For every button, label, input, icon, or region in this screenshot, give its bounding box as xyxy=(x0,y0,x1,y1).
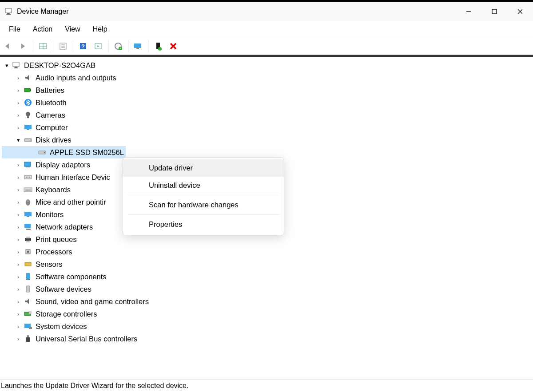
chevron-right-icon[interactable]: › xyxy=(13,273,23,280)
chevron-right-icon[interactable]: › xyxy=(13,323,23,330)
tree-item-usb[interactable]: ›Universal Serial Bus controllers xyxy=(2,333,533,345)
update-driver-icon[interactable]: + xyxy=(111,39,125,53)
chevron-right-icon[interactable]: › xyxy=(13,75,23,81)
chevron-right-icon[interactable]: › xyxy=(13,186,23,193)
svg-rect-20 xyxy=(134,44,141,48)
tree-root[interactable]: ▾ DESKTOP-S2O4GAB xyxy=(2,59,533,71)
enable-device-icon[interactable] xyxy=(151,39,165,53)
network-icon xyxy=(23,222,33,232)
tree-item-apple-ssd[interactable]: APPLE SSD SM0256L xyxy=(2,146,126,158)
svg-rect-56 xyxy=(26,237,30,238)
tree-item-label: Mice and other pointir xyxy=(36,198,106,206)
svg-rect-0 xyxy=(5,8,12,13)
show-hidden-icon[interactable] xyxy=(36,39,50,53)
printer-icon xyxy=(23,234,33,244)
tree-item-label: Human Interface Devic xyxy=(36,173,110,182)
svg-rect-68 xyxy=(27,335,29,337)
svg-rect-46 xyxy=(24,188,32,192)
svg-rect-65 xyxy=(29,311,32,314)
chevron-right-icon[interactable]: › xyxy=(13,87,23,94)
title-bar: Device Manager xyxy=(0,0,533,21)
tree-item-computer[interactable]: ›Computer xyxy=(2,121,533,134)
menu-view[interactable]: View xyxy=(59,23,86,36)
tree-item-softdev[interactable]: ›Software devices xyxy=(2,283,533,295)
svg-rect-34 xyxy=(24,125,32,129)
cpu-icon xyxy=(23,247,33,257)
tree-item-sound[interactable]: ›Sound, video and game controllers xyxy=(2,295,533,308)
chevron-right-icon[interactable]: › xyxy=(13,224,23,230)
forward-button[interactable] xyxy=(16,39,30,53)
storage-controller-icon xyxy=(23,309,33,319)
tree-item-storage[interactable]: ›Storage controllers xyxy=(2,308,533,320)
disk-icon xyxy=(37,147,47,157)
help-icon[interactable]: ? xyxy=(76,39,90,53)
action-icon[interactable] xyxy=(91,39,105,53)
svg-rect-52 xyxy=(27,216,29,217)
display-adapter-icon xyxy=(23,160,33,170)
menu-action[interactable]: Action xyxy=(27,23,59,36)
audio-icon xyxy=(23,297,33,306)
ctx-separator xyxy=(127,214,279,215)
tree-item-cameras[interactable]: ›Cameras xyxy=(2,109,533,121)
ctx-separator xyxy=(127,195,279,195)
svg-point-45 xyxy=(29,177,30,178)
svg-rect-51 xyxy=(24,212,32,216)
chevron-right-icon[interactable]: › xyxy=(13,261,23,268)
minimize-button[interactable] xyxy=(456,2,481,21)
chevron-right-icon[interactable]: › xyxy=(13,174,23,181)
menu-help[interactable]: Help xyxy=(87,23,114,36)
tree-item-sensors[interactable]: ›Sensors xyxy=(2,258,533,270)
chevron-right-icon[interactable]: › xyxy=(13,336,23,342)
tree-item-softcomp[interactable]: ›Software components xyxy=(2,270,533,283)
scan-hardware-icon[interactable] xyxy=(131,39,145,53)
close-button[interactable] xyxy=(507,2,533,21)
chevron-right-icon[interactable]: › xyxy=(13,199,23,206)
disable-device-icon[interactable] xyxy=(166,39,180,53)
chevron-right-icon[interactable]: › xyxy=(13,99,23,106)
properties-icon[interactable] xyxy=(56,39,70,53)
svg-rect-62 xyxy=(26,279,30,280)
maximize-button[interactable] xyxy=(481,2,507,21)
tree-item-system[interactable]: ›System devices xyxy=(2,320,533,333)
svg-rect-26 xyxy=(13,62,19,67)
svg-rect-21 xyxy=(136,48,139,49)
audio-icon xyxy=(23,73,33,83)
ctx-scan-hardware[interactable]: Scan for hardware changes xyxy=(123,196,284,214)
tree-item-label: Batteries xyxy=(36,86,64,95)
tree-root-label: DESKTOP-S2O4GAB xyxy=(24,61,95,70)
chevron-right-icon[interactable]: › xyxy=(13,298,23,305)
chevron-right-icon[interactable]: › xyxy=(13,236,23,243)
svg-text:+: + xyxy=(119,47,122,51)
svg-rect-60 xyxy=(25,262,31,266)
ctx-update-driver[interactable]: Update driver xyxy=(123,159,284,177)
chevron-right-icon[interactable]: › xyxy=(13,311,23,317)
svg-rect-55 xyxy=(25,238,31,241)
chevron-right-icon[interactable]: › xyxy=(13,124,23,131)
chevron-right-icon[interactable]: › xyxy=(13,211,23,218)
disk-icon xyxy=(23,135,33,145)
chevron-right-icon[interactable]: › xyxy=(13,286,23,293)
sensor-icon xyxy=(23,259,33,269)
monitor-icon xyxy=(23,210,33,219)
svg-rect-69 xyxy=(26,337,30,342)
tree-item-audio[interactable]: ›Audio inputs and outputs xyxy=(2,71,533,84)
chevron-right-icon[interactable]: › xyxy=(13,112,23,119)
ctx-properties[interactable]: Properties xyxy=(123,216,284,233)
back-button[interactable] xyxy=(1,39,15,53)
tree-item-batteries[interactable]: ›Batteries xyxy=(2,84,533,96)
svg-rect-41 xyxy=(26,166,30,167)
tree-item-bluetooth[interactable]: ›Bluetooth xyxy=(2,96,533,109)
tree-item-label: Sensors xyxy=(36,260,63,269)
tree-item-processors[interactable]: ›Processors xyxy=(2,245,533,258)
ctx-uninstall-device[interactable]: Uninstall device xyxy=(123,177,284,194)
svg-rect-29 xyxy=(24,88,30,92)
chevron-right-icon[interactable]: › xyxy=(13,249,23,255)
tree-item-disk-drives[interactable]: ▾Disk drives xyxy=(2,134,533,146)
chevron-down-icon[interactable]: ▾ xyxy=(2,62,12,69)
chevron-down-icon[interactable]: ▾ xyxy=(13,137,23,143)
chevron-right-icon[interactable]: › xyxy=(13,162,23,168)
svg-point-39 xyxy=(44,152,45,153)
svg-rect-54 xyxy=(26,229,31,230)
monitor-icon xyxy=(23,123,33,132)
menu-file[interactable]: File xyxy=(3,23,27,36)
